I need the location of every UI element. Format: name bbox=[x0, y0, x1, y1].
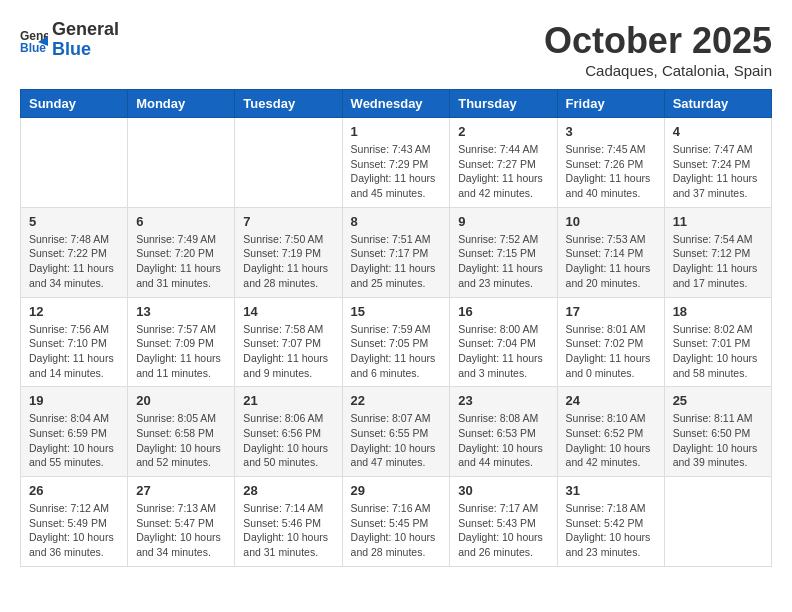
day-info-13: Sunrise: 7:57 AMSunset: 7:09 PMDaylight:… bbox=[136, 322, 226, 381]
weekday-header-wednesday: Wednesday bbox=[342, 90, 450, 118]
day-cell-28: 28Sunrise: 7:14 AMSunset: 5:46 PMDayligh… bbox=[235, 477, 342, 567]
day-info-16: Sunrise: 8:00 AMSunset: 7:04 PMDaylight:… bbox=[458, 322, 548, 381]
weekday-header-sunday: Sunday bbox=[21, 90, 128, 118]
day-cell-20: 20Sunrise: 8:05 AMSunset: 6:58 PMDayligh… bbox=[128, 387, 235, 477]
day-number-10: 10 bbox=[566, 214, 656, 229]
week-row-4: 19Sunrise: 8:04 AMSunset: 6:59 PMDayligh… bbox=[21, 387, 772, 477]
day-info-17: Sunrise: 8:01 AMSunset: 7:02 PMDaylight:… bbox=[566, 322, 656, 381]
day-number-3: 3 bbox=[566, 124, 656, 139]
weekday-header-monday: Monday bbox=[128, 90, 235, 118]
day-cell-1: 1Sunrise: 7:43 AMSunset: 7:29 PMDaylight… bbox=[342, 118, 450, 208]
logo: General Blue General Blue bbox=[20, 20, 119, 60]
day-info-15: Sunrise: 7:59 AMSunset: 7:05 PMDaylight:… bbox=[351, 322, 442, 381]
day-info-4: Sunrise: 7:47 AMSunset: 7:24 PMDaylight:… bbox=[673, 142, 763, 201]
day-cell-9: 9Sunrise: 7:52 AMSunset: 7:15 PMDaylight… bbox=[450, 207, 557, 297]
day-info-7: Sunrise: 7:50 AMSunset: 7:19 PMDaylight:… bbox=[243, 232, 333, 291]
day-number-9: 9 bbox=[458, 214, 548, 229]
day-number-30: 30 bbox=[458, 483, 548, 498]
day-cell-13: 13Sunrise: 7:57 AMSunset: 7:09 PMDayligh… bbox=[128, 297, 235, 387]
day-info-9: Sunrise: 7:52 AMSunset: 7:15 PMDaylight:… bbox=[458, 232, 548, 291]
week-row-1: 1Sunrise: 7:43 AMSunset: 7:29 PMDaylight… bbox=[21, 118, 772, 208]
day-cell-15: 15Sunrise: 7:59 AMSunset: 7:05 PMDayligh… bbox=[342, 297, 450, 387]
day-cell-16: 16Sunrise: 8:00 AMSunset: 7:04 PMDayligh… bbox=[450, 297, 557, 387]
day-cell-3: 3Sunrise: 7:45 AMSunset: 7:26 PMDaylight… bbox=[557, 118, 664, 208]
day-info-11: Sunrise: 7:54 AMSunset: 7:12 PMDaylight:… bbox=[673, 232, 763, 291]
day-info-6: Sunrise: 7:49 AMSunset: 7:20 PMDaylight:… bbox=[136, 232, 226, 291]
day-number-19: 19 bbox=[29, 393, 119, 408]
logo-line2: Blue bbox=[52, 40, 119, 60]
day-info-20: Sunrise: 8:05 AMSunset: 6:58 PMDaylight:… bbox=[136, 411, 226, 470]
day-number-6: 6 bbox=[136, 214, 226, 229]
day-number-26: 26 bbox=[29, 483, 119, 498]
day-cell-21: 21Sunrise: 8:06 AMSunset: 6:56 PMDayligh… bbox=[235, 387, 342, 477]
day-info-27: Sunrise: 7:13 AMSunset: 5:47 PMDaylight:… bbox=[136, 501, 226, 560]
day-info-26: Sunrise: 7:12 AMSunset: 5:49 PMDaylight:… bbox=[29, 501, 119, 560]
day-info-29: Sunrise: 7:16 AMSunset: 5:45 PMDaylight:… bbox=[351, 501, 442, 560]
day-info-30: Sunrise: 7:17 AMSunset: 5:43 PMDaylight:… bbox=[458, 501, 548, 560]
page-header: General Blue General Blue October 2025 C… bbox=[20, 20, 772, 79]
day-number-13: 13 bbox=[136, 304, 226, 319]
day-number-27: 27 bbox=[136, 483, 226, 498]
day-info-19: Sunrise: 8:04 AMSunset: 6:59 PMDaylight:… bbox=[29, 411, 119, 470]
day-cell-empty-4-6 bbox=[664, 477, 771, 567]
day-cell-22: 22Sunrise: 8:07 AMSunset: 6:55 PMDayligh… bbox=[342, 387, 450, 477]
day-number-17: 17 bbox=[566, 304, 656, 319]
month-title: October 2025 bbox=[544, 20, 772, 62]
day-cell-empty-0-1 bbox=[128, 118, 235, 208]
day-number-14: 14 bbox=[243, 304, 333, 319]
day-info-22: Sunrise: 8:07 AMSunset: 6:55 PMDaylight:… bbox=[351, 411, 442, 470]
day-cell-4: 4Sunrise: 7:47 AMSunset: 7:24 PMDaylight… bbox=[664, 118, 771, 208]
day-number-1: 1 bbox=[351, 124, 442, 139]
svg-text:Blue: Blue bbox=[20, 41, 46, 54]
day-number-28: 28 bbox=[243, 483, 333, 498]
weekday-header-row: SundayMondayTuesdayWednesdayThursdayFrid… bbox=[21, 90, 772, 118]
day-number-5: 5 bbox=[29, 214, 119, 229]
day-cell-empty-0-2 bbox=[235, 118, 342, 208]
calendar-table: SundayMondayTuesdayWednesdayThursdayFrid… bbox=[20, 89, 772, 567]
day-number-11: 11 bbox=[673, 214, 763, 229]
day-cell-12: 12Sunrise: 7:56 AMSunset: 7:10 PMDayligh… bbox=[21, 297, 128, 387]
day-number-31: 31 bbox=[566, 483, 656, 498]
day-number-23: 23 bbox=[458, 393, 548, 408]
day-number-16: 16 bbox=[458, 304, 548, 319]
day-cell-31: 31Sunrise: 7:18 AMSunset: 5:42 PMDayligh… bbox=[557, 477, 664, 567]
day-cell-23: 23Sunrise: 8:08 AMSunset: 6:53 PMDayligh… bbox=[450, 387, 557, 477]
day-cell-17: 17Sunrise: 8:01 AMSunset: 7:02 PMDayligh… bbox=[557, 297, 664, 387]
day-cell-19: 19Sunrise: 8:04 AMSunset: 6:59 PMDayligh… bbox=[21, 387, 128, 477]
day-info-5: Sunrise: 7:48 AMSunset: 7:22 PMDaylight:… bbox=[29, 232, 119, 291]
day-number-20: 20 bbox=[136, 393, 226, 408]
weekday-header-friday: Friday bbox=[557, 90, 664, 118]
location: Cadaques, Catalonia, Spain bbox=[544, 62, 772, 79]
day-info-23: Sunrise: 8:08 AMSunset: 6:53 PMDaylight:… bbox=[458, 411, 548, 470]
day-info-24: Sunrise: 8:10 AMSunset: 6:52 PMDaylight:… bbox=[566, 411, 656, 470]
day-cell-14: 14Sunrise: 7:58 AMSunset: 7:07 PMDayligh… bbox=[235, 297, 342, 387]
day-cell-empty-0-0 bbox=[21, 118, 128, 208]
week-row-3: 12Sunrise: 7:56 AMSunset: 7:10 PMDayligh… bbox=[21, 297, 772, 387]
day-info-3: Sunrise: 7:45 AMSunset: 7:26 PMDaylight:… bbox=[566, 142, 656, 201]
day-info-10: Sunrise: 7:53 AMSunset: 7:14 PMDaylight:… bbox=[566, 232, 656, 291]
day-number-2: 2 bbox=[458, 124, 548, 139]
day-number-25: 25 bbox=[673, 393, 763, 408]
day-number-29: 29 bbox=[351, 483, 442, 498]
day-cell-2: 2Sunrise: 7:44 AMSunset: 7:27 PMDaylight… bbox=[450, 118, 557, 208]
day-cell-11: 11Sunrise: 7:54 AMSunset: 7:12 PMDayligh… bbox=[664, 207, 771, 297]
day-number-12: 12 bbox=[29, 304, 119, 319]
day-cell-30: 30Sunrise: 7:17 AMSunset: 5:43 PMDayligh… bbox=[450, 477, 557, 567]
day-info-8: Sunrise: 7:51 AMSunset: 7:17 PMDaylight:… bbox=[351, 232, 442, 291]
day-cell-10: 10Sunrise: 7:53 AMSunset: 7:14 PMDayligh… bbox=[557, 207, 664, 297]
day-info-12: Sunrise: 7:56 AMSunset: 7:10 PMDaylight:… bbox=[29, 322, 119, 381]
day-number-4: 4 bbox=[673, 124, 763, 139]
day-info-18: Sunrise: 8:02 AMSunset: 7:01 PMDaylight:… bbox=[673, 322, 763, 381]
day-cell-5: 5Sunrise: 7:48 AMSunset: 7:22 PMDaylight… bbox=[21, 207, 128, 297]
day-cell-29: 29Sunrise: 7:16 AMSunset: 5:45 PMDayligh… bbox=[342, 477, 450, 567]
day-cell-8: 8Sunrise: 7:51 AMSunset: 7:17 PMDaylight… bbox=[342, 207, 450, 297]
weekday-header-saturday: Saturday bbox=[664, 90, 771, 118]
day-cell-26: 26Sunrise: 7:12 AMSunset: 5:49 PMDayligh… bbox=[21, 477, 128, 567]
day-number-7: 7 bbox=[243, 214, 333, 229]
week-row-5: 26Sunrise: 7:12 AMSunset: 5:49 PMDayligh… bbox=[21, 477, 772, 567]
day-number-18: 18 bbox=[673, 304, 763, 319]
day-number-8: 8 bbox=[351, 214, 442, 229]
day-number-22: 22 bbox=[351, 393, 442, 408]
logo-icon: General Blue bbox=[20, 26, 48, 54]
logo-text: General Blue bbox=[52, 20, 119, 60]
